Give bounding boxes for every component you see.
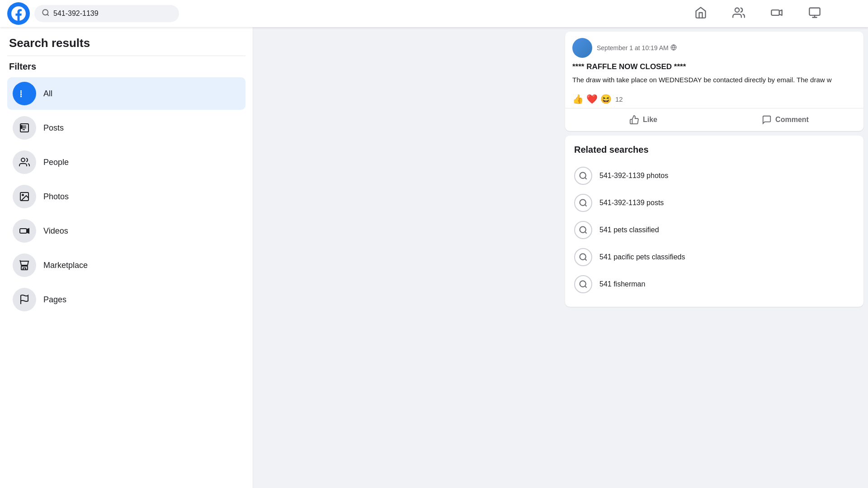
like-button[interactable]: Like [572, 110, 714, 129]
filters-label: Filters [7, 61, 245, 72]
related-searches-title: Related searches [574, 145, 854, 155]
all-filter-label: All [43, 89, 52, 99]
videos-filter-icon [13, 219, 36, 243]
search-bar[interactable] [34, 5, 179, 22]
filter-all[interactable]: All [7, 77, 245, 110]
all-filter-icon [13, 82, 36, 105]
svg-point-11 [21, 127, 22, 129]
filter-videos[interactable]: Videos [7, 215, 245, 247]
right-panel: September 1 at 10:19 AM **** RAFFLE NOW … [561, 27, 868, 488]
svg-point-21 [580, 173, 586, 178]
related-search-item-2[interactable]: 541 pets classified [574, 216, 854, 244]
avatar [572, 38, 592, 58]
svg-marker-3 [779, 10, 782, 15]
like-emoji: 👍 [572, 94, 584, 104]
comment-button[interactable]: Comment [714, 110, 856, 129]
heart-emoji: ❤️ [586, 94, 598, 104]
marketplace-nav-icon[interactable] [805, 3, 825, 24]
posts-filter-label: Posts [43, 123, 64, 133]
svg-rect-2 [771, 10, 779, 15]
post-actions: Like Comment [565, 108, 863, 131]
post-time: September 1 at 10:19 AM [597, 44, 856, 52]
friends-nav-icon[interactable] [729, 3, 749, 24]
top-navigation [0, 0, 868, 27]
related-searches-panel: Related searches 541-392-1139 photos 541… [565, 136, 863, 307]
post-card: September 1 at 10:19 AM **** RAFFLE NOW … [565, 32, 863, 131]
related-text-3: 541 pacific pets classifieds [599, 253, 685, 261]
search-icon-4 [574, 275, 592, 293]
home-nav-icon[interactable] [691, 3, 711, 24]
search-results-title: Search results [7, 36, 245, 50]
svg-rect-15 [20, 229, 27, 233]
related-search-item-4[interactable]: 541 fisherman [574, 271, 854, 298]
center-content [253, 27, 561, 488]
post-text: The draw with take place on WEDNESDAY be… [572, 75, 856, 84]
post-title: **** RAFFLE NOW CLOSED **** [572, 62, 856, 71]
related-search-item-0[interactable]: 541-392-1139 photos [574, 162, 854, 189]
like-button-label: Like [643, 116, 657, 124]
reactions-row: 👍 ❤️ 😆 12 [565, 90, 863, 108]
svg-rect-6 [20, 92, 22, 94]
divider [7, 56, 245, 56]
related-text-0: 541-392-1139 photos [599, 172, 668, 180]
svg-point-1 [735, 8, 739, 12]
reaction-count: 12 [615, 95, 623, 103]
post-header: September 1 at 10:19 AM [565, 32, 863, 62]
filter-posts[interactable]: Posts [7, 112, 245, 144]
svg-point-22 [580, 200, 586, 206]
post-meta: September 1 at 10:19 AM [597, 44, 856, 52]
nav-icon-group [691, 3, 825, 24]
post-timestamp: September 1 at 10:19 AM [597, 44, 669, 52]
facebook-logo[interactable] [7, 2, 30, 25]
videos-filter-label: Videos [43, 226, 68, 236]
marketplace-filter-label: Marketplace [43, 261, 88, 270]
people-filter-icon [13, 150, 36, 174]
people-filter-label: People [43, 158, 69, 167]
filter-marketplace[interactable]: Marketplace [7, 249, 245, 282]
comment-button-label: Comment [775, 116, 809, 124]
svg-point-23 [580, 227, 586, 233]
svg-marker-16 [27, 229, 29, 233]
svg-rect-4 [809, 8, 820, 15]
search-icon-0 [574, 167, 592, 185]
svg-point-24 [580, 254, 586, 260]
photos-filter-label: Photos [43, 192, 69, 202]
search-sidebar: Search results Filters All [0, 27, 253, 488]
pages-filter-icon [13, 288, 36, 311]
search-icon-2 [574, 221, 592, 239]
pages-filter-label: Pages [43, 295, 66, 305]
search-input[interactable] [53, 9, 172, 18]
haha-emoji: 😆 [600, 94, 612, 104]
svg-rect-7 [20, 94, 22, 95]
svg-rect-5 [20, 90, 22, 92]
related-text-1: 541-392-1139 posts [599, 199, 664, 207]
svg-point-10 [21, 126, 22, 127]
posts-filter-icon [13, 116, 36, 140]
post-body: **** RAFFLE NOW CLOSED **** The draw wit… [565, 62, 863, 90]
filter-people[interactable]: People [7, 146, 245, 178]
marketplace-filter-icon [13, 253, 36, 277]
svg-point-0 [42, 9, 48, 15]
search-icon [42, 9, 50, 19]
search-icon-1 [574, 194, 592, 212]
related-search-item-1[interactable]: 541-392-1139 posts [574, 189, 854, 216]
svg-point-25 [580, 281, 586, 287]
search-icon-3 [574, 248, 592, 266]
filter-pages[interactable]: Pages [7, 283, 245, 316]
photos-filter-icon [13, 185, 36, 208]
related-text-4: 541 fisherman [599, 280, 645, 288]
svg-rect-8 [20, 96, 22, 97]
filter-photos[interactable]: Photos [7, 180, 245, 213]
svg-point-12 [21, 158, 25, 162]
video-nav-icon[interactable] [767, 3, 787, 24]
globe-icon [670, 44, 677, 52]
related-search-item-3[interactable]: 541 pacific pets classifieds [574, 244, 854, 271]
svg-point-14 [22, 194, 24, 196]
related-text-2: 541 pets classified [599, 226, 659, 234]
main-container: Search results Filters All [0, 27, 868, 488]
